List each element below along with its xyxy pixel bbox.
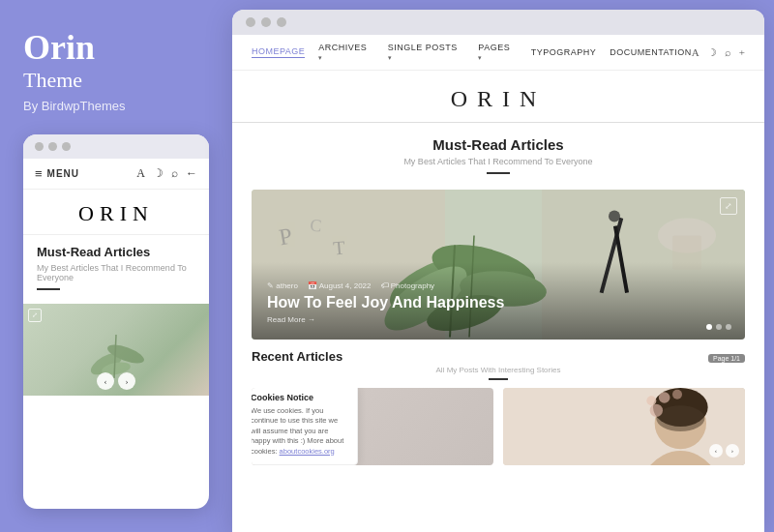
hero-divider xyxy=(487,172,510,174)
browser-dot-2 xyxy=(261,17,271,27)
mobile-nav: ≡ MENU A ☽ ⌕ ← xyxy=(23,159,209,190)
mobile-section-title: Must-Read Articles xyxy=(37,245,195,259)
recent-subtitle: All My Posts With Interesting Stories xyxy=(252,366,745,374)
featured-overlay: ✎ athero 📅 August 4, 2022 🏷 Photography … xyxy=(252,262,745,340)
mobile-preview-card: ≡ MENU A ☽ ⌕ ← ORIN Must-Read Articles M… xyxy=(23,134,209,509)
mobile-font-icon[interactable]: A xyxy=(136,166,145,181)
site-nav: HOMEPAGE ARCHIVES ▾ SINGLE POSTS ▾ PAGES… xyxy=(232,35,764,71)
cookies-link[interactable]: aboutcookies.org xyxy=(280,447,335,456)
svg-text:C: C xyxy=(310,216,323,236)
featured-dot-2 xyxy=(716,324,722,330)
mobile-divider xyxy=(37,288,60,290)
brand-by: By BirdwpThemes xyxy=(23,99,209,113)
mobile-menu-button[interactable]: ≡ MENU xyxy=(35,166,79,181)
browser-window: HOMEPAGE ARCHIVES ▾ SINGLE POSTS ▾ PAGES… xyxy=(232,10,764,532)
hamburger-icon: ≡ xyxy=(35,166,44,181)
site-nav-icons: A ☽ ⌕ + xyxy=(692,46,745,59)
mobile-content: Must-Read Articles My Best Articles That… xyxy=(23,235,209,304)
featured-carousel-dots xyxy=(706,324,731,330)
featured-image-container: P C T ✎ athero 📅 August 4, 2022 🏷 Photog… xyxy=(252,190,745,340)
nav-documentation[interactable]: DOCUMENTATION xyxy=(610,47,692,57)
pages-arrow: ▾ xyxy=(478,54,483,61)
site-dark-mode-icon[interactable]: ☽ xyxy=(707,46,717,59)
featured-dot-1 xyxy=(706,324,712,330)
card-nav-arrows: ‹ › xyxy=(709,444,739,458)
recent-card-2: ‹ › xyxy=(503,388,745,465)
mobile-prev-arrow[interactable]: ‹ xyxy=(97,372,114,390)
featured-category: 🏷 Photography xyxy=(381,281,435,290)
svg-point-28 xyxy=(646,396,656,405)
hero-title: Must-Read Articles xyxy=(252,136,745,153)
mobile-expand-icon[interactable]: ⤢ xyxy=(28,309,42,322)
single-posts-arrow: ▾ xyxy=(388,54,393,61)
nav-typography[interactable]: TYPOGRAPHY xyxy=(531,47,597,57)
browser-content: HOMEPAGE ARCHIVES ▾ SINGLE POSTS ▾ PAGES… xyxy=(232,35,764,532)
mobile-next-arrow[interactable]: › xyxy=(118,372,135,390)
featured-dot-3 xyxy=(726,324,731,330)
nav-homepage[interactable]: HOMEPAGE xyxy=(252,46,305,58)
mobile-menu-label: MENU xyxy=(47,168,79,179)
mobile-nav-icons: A ☽ ⌕ ← xyxy=(136,166,197,181)
mobile-section-sub: My Best Articles That I Recommend To Eve… xyxy=(37,263,195,282)
browser-dot-3 xyxy=(277,17,286,27)
mobile-back-icon[interactable]: ← xyxy=(186,166,197,181)
cookies-notice-title: Cookies Notice xyxy=(252,393,349,402)
mobile-dot-1 xyxy=(35,142,44,151)
featured-author: ✎ athero xyxy=(267,281,298,290)
hero-section: Must-Read Articles My Best Articles That… xyxy=(232,123,764,190)
svg-text:T: T xyxy=(332,237,345,259)
hero-subtitle: My Best Articles That I Recommend To Eve… xyxy=(252,157,745,166)
recent-articles-grid: Cookies Notice We use cookies. If you co… xyxy=(252,388,745,465)
mobile-dark-mode-icon[interactable]: ☽ xyxy=(153,166,164,181)
nav-single-posts[interactable]: SINGLE POSTS ▾ xyxy=(388,43,464,62)
card-next-arrow[interactable]: › xyxy=(726,444,739,458)
featured-read-more[interactable]: Read More → xyxy=(267,315,729,324)
site-plus-icon[interactable]: + xyxy=(739,46,745,58)
mobile-dot-3 xyxy=(62,142,71,151)
recent-title: Recent Articles xyxy=(252,349,342,364)
brand-subtitle: Theme xyxy=(23,68,209,93)
site-search-icon[interactable]: ⌕ xyxy=(725,46,731,58)
mobile-featured-image: ⤢ ‹ › xyxy=(23,304,209,396)
card-prev-arrow[interactable]: ‹ xyxy=(709,444,723,458)
mobile-carousel-arrows: ‹ › xyxy=(97,372,135,390)
cookies-notice-text: We use cookies. If you continue to use t… xyxy=(252,406,349,458)
svg-point-16 xyxy=(609,211,620,222)
brand-title: Orin xyxy=(23,29,209,68)
left-panel: Orin Theme By BirdwpThemes ≡ MENU A ☽ ⌕ … xyxy=(0,0,232,532)
nav-pages[interactable]: PAGES ▾ xyxy=(478,43,517,62)
svg-point-29 xyxy=(659,392,670,403)
mobile-dot-2 xyxy=(48,142,57,151)
mobile-card-top-bar xyxy=(23,134,209,159)
browser-bar xyxy=(232,10,764,35)
site-font-icon[interactable]: A xyxy=(692,46,700,58)
page-badge: Page 1/1 xyxy=(708,354,745,363)
site-logo: ORIN xyxy=(252,86,745,112)
mobile-logo: ORIN xyxy=(31,201,201,226)
nav-archives[interactable]: ARCHIVES ▾ xyxy=(318,43,373,62)
browser-dot-1 xyxy=(246,17,255,27)
recent-card-1: Cookies Notice We use cookies. If you co… xyxy=(252,388,493,465)
svg-point-27 xyxy=(650,404,663,417)
svg-point-30 xyxy=(672,390,682,399)
featured-expand-icon[interactable]: ⤢ xyxy=(720,197,737,215)
mobile-search-icon[interactable]: ⌕ xyxy=(171,166,178,181)
archives-arrow: ▾ xyxy=(318,54,323,61)
site-nav-links: HOMEPAGE ARCHIVES ▾ SINGLE POSTS ▾ PAGES… xyxy=(252,43,692,62)
recent-header: Recent Articles Page 1/1 xyxy=(252,349,745,364)
recent-section: Recent Articles Page 1/1 All My Posts Wi… xyxy=(232,340,764,532)
featured-post-meta: ✎ athero 📅 August 4, 2022 🏷 Photography xyxy=(267,281,729,290)
recent-divider xyxy=(489,378,508,380)
mobile-logo-area: ORIN xyxy=(23,190,209,235)
site-header: ORIN xyxy=(232,71,764,123)
featured-date: 📅 August 4, 2022 xyxy=(308,281,372,290)
svg-point-26 xyxy=(656,405,704,431)
cookies-notice: Cookies Notice We use cookies. If you co… xyxy=(252,388,358,465)
featured-post-title: How To Feel Joy And Happiness xyxy=(267,294,729,311)
